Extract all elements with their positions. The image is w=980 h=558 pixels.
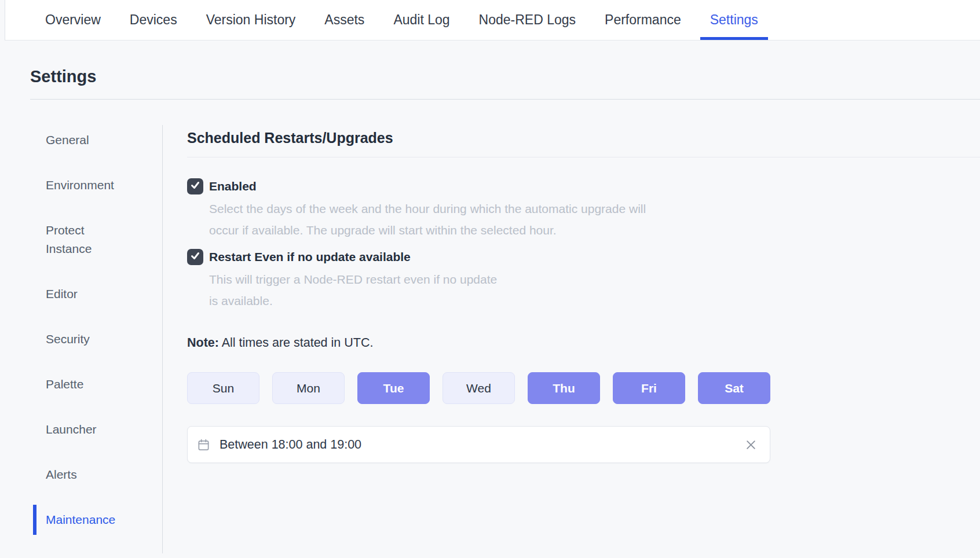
tab-version-history[interactable]: Version History <box>196 0 306 40</box>
settings-sidebar: General Environment Protect Instance Edi… <box>30 125 163 553</box>
sidebar-item-launcher[interactable]: Launcher <box>33 414 162 445</box>
enabled-description: Select the days of the week and the hour… <box>209 198 730 241</box>
description-line: is available. <box>209 290 730 311</box>
restart-checkbox[interactable] <box>187 249 203 265</box>
tab-performance[interactable]: Performance <box>595 0 691 40</box>
title-divider <box>30 99 980 100</box>
restart-label: Restart Even if no update available <box>209 250 411 264</box>
calendar-icon <box>197 438 210 451</box>
sidebar-item-maintenance[interactable]: Maintenance <box>33 505 162 535</box>
restart-description: This will trigger a Node-RED restart eve… <box>209 269 730 311</box>
day-button-mon[interactable]: Mon <box>272 372 345 404</box>
day-button-thu[interactable]: Thu <box>528 372 600 404</box>
day-button-sat[interactable]: Sat <box>698 372 770 404</box>
tab-settings[interactable]: Settings <box>700 0 768 40</box>
sidebar-item-label: Alerts <box>46 465 77 484</box>
sidebar-item-protect-instance[interactable]: Protect Instance <box>33 215 162 264</box>
tab-node-red-logs[interactable]: Node-RED Logs <box>469 0 586 40</box>
sidebar-item-label: Environment <box>46 176 114 194</box>
tab-assets[interactable]: Assets <box>315 0 374 40</box>
tab-overview[interactable]: Overview <box>35 0 111 40</box>
sidebar-item-label: Palette <box>46 375 83 394</box>
sidebar-item-label: General <box>46 131 89 149</box>
tab-devices[interactable]: Devices <box>120 0 187 40</box>
day-button-fri[interactable]: Fri <box>613 372 685 404</box>
section-heading: Scheduled Restarts/Upgrades <box>187 130 980 146</box>
time-range-value: Between 18:00 and 19:00 <box>220 438 361 452</box>
maintenance-panel: Scheduled Restarts/Upgrades Enabled Sele… <box>187 125 980 553</box>
day-button-tue[interactable]: Tue <box>357 372 430 404</box>
tab-audit-log[interactable]: Audit Log <box>383 0 459 40</box>
description-line: occur if available. The upgrade will sta… <box>209 219 730 241</box>
day-selector: Sun Mon Tue Wed Thu Fri Sat <box>187 372 980 404</box>
top-nav: Overview Devices Version History Assets … <box>5 0 980 41</box>
sidebar-item-environment[interactable]: Environment <box>33 170 162 200</box>
restart-checkbox-row: Restart Even if no update available <box>187 249 980 265</box>
description-line: Select the days of the week and the hour… <box>209 198 730 219</box>
enabled-label: Enabled <box>209 179 257 193</box>
enabled-checkbox-row: Enabled <box>187 178 980 194</box>
sidebar-item-label: Maintenance <box>46 511 115 529</box>
sidebar-item-label: Editor <box>46 285 78 303</box>
utc-note: Note: All times are stated in UTC. <box>187 336 980 350</box>
note-text: All times are stated in UTC. <box>222 336 374 350</box>
sidebar-item-editor[interactable]: Editor <box>33 279 162 309</box>
sidebar-item-label: Launcher <box>46 420 97 439</box>
note-label: Note: <box>187 336 219 350</box>
sidebar-item-alerts[interactable]: Alerts <box>33 460 162 490</box>
time-range-input[interactable]: Between 18:00 and 19:00 <box>187 426 770 463</box>
section-divider <box>187 157 980 157</box>
sidebar-item-label: Protect Instance <box>46 221 122 258</box>
sidebar-item-palette[interactable]: Palette <box>33 369 162 399</box>
enabled-checkbox[interactable] <box>187 178 203 194</box>
sidebar-item-security[interactable]: Security <box>33 324 162 354</box>
settings-body: General Environment Protect Instance Edi… <box>0 125 980 553</box>
sidebar-item-label: Security <box>46 330 90 348</box>
check-icon <box>190 180 200 193</box>
check-icon <box>190 251 200 263</box>
description-line: This will trigger a Node-RED restart eve… <box>209 269 730 290</box>
page-title: Settings <box>30 67 980 86</box>
day-button-wed[interactable]: Wed <box>443 372 515 404</box>
sidebar-item-general[interactable]: General <box>33 125 162 155</box>
day-button-sun[interactable]: Sun <box>187 372 259 404</box>
clear-x-icon[interactable] <box>745 439 757 451</box>
